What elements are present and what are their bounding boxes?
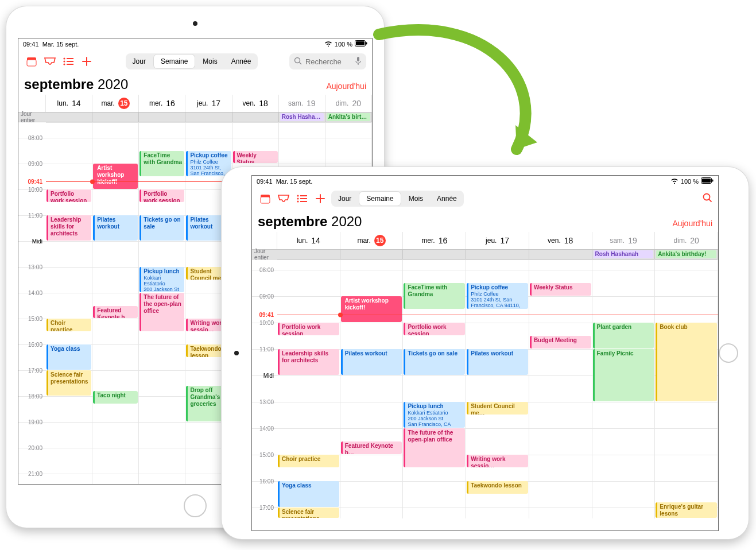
day-header[interactable]: mer.16 [403,232,466,249]
seg-year[interactable]: Année [224,53,258,69]
list-icon[interactable] [294,194,309,203]
event[interactable]: FaceTime with Grandma [139,151,184,176]
allday-event[interactable]: Ankita's birthday! [327,113,370,121]
day-header[interactable]: dim.20 [655,232,718,249]
day-column[interactable]: Portfolio work sessionLeadership skills … [46,122,92,485]
seg-day[interactable]: Jour [331,191,358,207]
event[interactable]: Enrique's guitar lesons [656,502,717,518]
day-column[interactable]: Weekly StatusBudget Meeting [529,259,592,518]
event[interactable]: Leadership skills for architects [278,349,339,375]
list-icon[interactable] [61,57,76,66]
day-header[interactable]: ven.18 [232,95,279,112]
allday-event[interactable]: Rosh Hashanah [594,250,654,258]
event[interactable]: Taco night [93,391,138,404]
event[interactable]: The future of the open-plan office [139,293,184,331]
event[interactable]: Choir practice [278,455,339,467]
event[interactable]: Family Picnic [593,349,654,401]
day-header[interactable]: mar.15 [340,232,404,249]
day-header[interactable]: sam.19 [279,95,325,112]
event[interactable]: Choir practice [46,319,91,331]
home-button[interactable] [719,343,738,363]
seg-week[interactable]: Semaine [359,192,400,206]
event[interactable]: Science fair presentations [278,508,339,517]
event[interactable]: Pickup coffeePhilz Coffee3101 24th St, S… [467,283,528,309]
seg-year[interactable]: Année [430,191,464,207]
day-header[interactable]: dim.20 [325,95,372,112]
event[interactable]: Writing work sessio… [467,455,528,467]
event[interactable]: Featured Keynote b… [93,306,138,319]
svg-rect-20 [300,195,307,196]
event[interactable]: Tickets go on sale [404,349,465,375]
day-header[interactable]: jeu.17 [466,232,529,249]
day-column[interactable]: Pickup coffeePhilz Coffee3101 24th St, S… [466,259,529,518]
event[interactable]: Yoga class [278,481,339,507]
day-header[interactable]: sam.19 [592,232,656,249]
day-column[interactable]: Artist workshop kickoff!Pilates workoutF… [340,259,404,518]
day-header[interactable]: jeu.17 [185,95,232,112]
event[interactable]: Portfolio work session [278,323,339,335]
seg-month[interactable]: Mois [196,53,224,69]
allday-event[interactable]: Rosh Hashanah [280,113,324,121]
hour-label: 10:00 [252,320,277,326]
event[interactable]: Tickets go on sale [139,215,184,241]
week-grid[interactable]: 08:0009:0010:0011:00Midi13:0014:0015:001… [252,259,718,518]
event[interactable]: Weekly Status [233,151,278,164]
event[interactable]: Artist workshop kickoff! [93,164,138,189]
day-column[interactable]: Artist workshop kickoff!Pilates workoutF… [92,122,139,485]
event[interactable]: Plant garden [593,323,654,348]
event[interactable]: Student Council me… [467,402,528,415]
event[interactable]: Pickup lunchKokkari Estiatorio200 Jackso… [404,402,465,428]
event[interactable]: Science fair presentations [46,370,91,396]
day-header[interactable]: ven.18 [529,232,592,249]
event[interactable]: FaceTime with Grandma [404,283,465,309]
event[interactable]: Leadership skills for architects [46,215,91,241]
search-box[interactable] [289,53,366,69]
event[interactable]: Pilates workout [93,215,138,241]
calendar-icon[interactable] [258,193,273,204]
day-column[interactable]: Portfolio work sessionLeadership skills … [277,259,340,518]
inbox-icon[interactable] [42,57,57,66]
seg-day[interactable]: Jour [126,53,153,69]
search-input[interactable] [305,57,351,66]
calendar-icon[interactable] [24,56,39,67]
event[interactable]: Featured Keynote b… [341,441,402,454]
today-link[interactable]: Aujourd'hui [326,82,366,91]
seg-week[interactable]: Semaine [154,55,195,68]
allday-event[interactable]: Ankita's birthday! [656,250,716,258]
svg-rect-22 [300,198,307,199]
search-icon[interactable] [702,192,712,206]
event[interactable]: Pilates workout [341,349,402,375]
event[interactable]: Pilates workout [467,349,528,375]
event[interactable]: Yoga class [46,344,91,370]
home-button[interactable] [184,494,207,517]
svg-rect-8 [67,61,73,62]
today-link[interactable]: Aujourd'hui [672,219,712,228]
event[interactable]: Weekly Status [530,283,591,296]
day-column[interactable]: Plant gardenFamily Picnic [592,259,656,518]
day-column[interactable]: Book clubEnrique's guitar lesons [655,259,718,518]
event[interactable]: Portfolio work session [46,189,91,202]
day-column[interactable]: FaceTime with GrandmaPortfolio work sess… [403,259,466,518]
add-icon[interactable] [79,56,94,67]
mic-icon[interactable] [355,56,362,67]
event[interactable]: Taekwondo lesson [467,481,528,494]
event[interactable]: Artist workshop kickoff! [341,296,402,322]
event[interactable]: The future of the open-plan office [404,428,465,467]
event[interactable]: Pickup lunchKokkari Estiatorio200 Jackso… [139,267,184,292]
event[interactable]: Portfolio work session [139,189,184,202]
day-column[interactable]: FaceTime with GrandmaPortfolio work sess… [139,122,185,485]
add-icon[interactable] [313,193,328,204]
seg-month[interactable]: Mois [402,191,430,207]
day-header[interactable]: lun.14 [46,95,92,112]
day-header[interactable]: mer.16 [139,95,185,112]
day-header[interactable]: lun.14 [277,232,340,249]
event[interactable]: Pickup coffeePhilz Coffee3101 24th St, S… [186,151,231,176]
event[interactable]: Budget Meeting [530,336,591,348]
event[interactable]: Book club [656,323,717,401]
event[interactable]: Portfolio work session [404,323,465,335]
day-header[interactable]: mar.15 [92,95,139,112]
month-title: septembre 2020 [258,214,362,230]
inbox-icon[interactable] [276,194,291,203]
svg-rect-10 [67,64,73,65]
svg-line-12 [299,62,301,64]
